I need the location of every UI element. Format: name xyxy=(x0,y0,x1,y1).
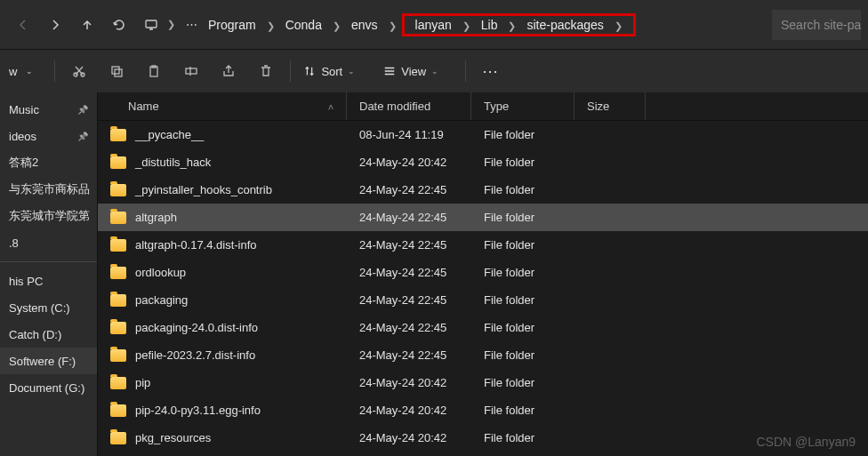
breadcrumb-overflow[interactable]: ⋯ xyxy=(181,14,203,35)
file-size xyxy=(575,204,646,231)
svg-rect-4 xyxy=(115,69,122,76)
more-button[interactable]: ⋯ xyxy=(471,55,509,87)
sidebar-item[interactable]: Softwere (F:) xyxy=(0,348,97,374)
delete-button[interactable] xyxy=(247,55,285,87)
sidebar-item-label: .8 xyxy=(9,236,19,250)
file-size xyxy=(575,121,646,148)
file-name: altgraph-0.17.4.dist-info xyxy=(135,238,257,252)
breadcrumb[interactable]: ❯ ⋯ Program❯Conda❯envs❯ lanyan❯Lib❯site-… xyxy=(144,13,763,36)
column-name[interactable]: Nameʌ xyxy=(98,92,347,120)
folder-icon xyxy=(110,129,126,141)
table-row[interactable]: _distutils_hack24-May-24 20:42File folde… xyxy=(98,148,868,176)
chevron-right-icon: ❯ xyxy=(333,20,341,31)
sidebar-item-label: 答稿2 xyxy=(9,155,38,171)
refresh-button[interactable] xyxy=(103,9,135,41)
table-row[interactable]: packaging24-May-24 22:45File folder xyxy=(98,286,868,314)
file-name: ordlookup xyxy=(135,266,186,279)
forward-button[interactable] xyxy=(39,9,71,41)
column-headers[interactable]: Nameʌ Date modified Type Size xyxy=(98,92,868,121)
sidebar-item-label: Music xyxy=(9,103,39,116)
back-button[interactable] xyxy=(7,9,39,41)
address-bar: ❯ ⋯ Program❯Conda❯envs❯ lanyan❯Lib❯site-… xyxy=(0,0,868,50)
folder-icon xyxy=(110,267,126,279)
copy-button[interactable] xyxy=(98,55,135,87)
file-size xyxy=(575,341,646,369)
sidebar-item-label: Catch (D:) xyxy=(9,328,61,341)
sidebar-item[interactable]: 东莞城市学院第 xyxy=(0,203,97,229)
search-placeholder: Search site-pa xyxy=(781,18,861,32)
file-name: altgraph xyxy=(135,211,177,224)
folder-icon xyxy=(110,294,126,307)
file-date: 24-May-24 22:45 xyxy=(347,204,471,231)
watermark: CSDN @Lanyan9 xyxy=(757,435,856,449)
file-type: File folder xyxy=(471,176,575,204)
breadcrumb-item[interactable]: envs xyxy=(346,14,383,36)
file-date: 24-May-24 20:42 xyxy=(347,424,471,452)
column-size[interactable]: Size xyxy=(575,92,646,120)
table-row[interactable]: pkg_resources24-May-24 20:42File folder xyxy=(98,424,868,452)
share-button[interactable] xyxy=(210,55,247,87)
sidebar-item-label: 与东莞市商标品 xyxy=(9,181,90,197)
table-row[interactable]: altgraph24-May-24 22:45File folder xyxy=(98,204,868,231)
file-type: File folder xyxy=(471,286,575,314)
up-button[interactable] xyxy=(71,9,103,41)
file-type: File folder xyxy=(471,341,575,369)
folder-icon xyxy=(110,322,126,334)
table-row[interactable]: __pycache__08-Jun-24 11:19File folder xyxy=(98,121,868,148)
sidebar-item[interactable]: System (C:) xyxy=(0,294,97,321)
file-date: 24-May-24 20:42 xyxy=(347,369,471,396)
file-date: 24-May-24 22:45 xyxy=(347,231,471,259)
file-name: pip-24.0-py3.11.egg-info xyxy=(135,404,261,417)
breadcrumb-item[interactable]: Conda xyxy=(280,14,327,36)
paste-button[interactable] xyxy=(135,55,173,87)
view-button[interactable]: View⌄ xyxy=(376,61,446,82)
file-date: 24-May-24 22:45 xyxy=(347,176,471,204)
table-row[interactable]: packaging-24.0.dist-info24-May-24 22:45F… xyxy=(98,314,868,341)
breadcrumb-item[interactable]: Program xyxy=(203,14,261,36)
separator xyxy=(465,60,466,82)
sort-indicator-icon: ʌ xyxy=(328,101,334,111)
file-size xyxy=(575,396,646,424)
sort-button[interactable]: Sort⌄ xyxy=(296,61,362,82)
table-row[interactable]: pefile-2023.2.7.dist-info24-May-24 22:45… xyxy=(98,341,868,369)
sidebar-item-label: his PC xyxy=(9,275,43,288)
svg-rect-7 xyxy=(186,68,197,74)
file-type: File folder xyxy=(471,231,575,259)
svg-rect-0 xyxy=(146,20,157,28)
pc-icon xyxy=(144,18,158,32)
sidebar-item[interactable]: Music📌 xyxy=(0,96,97,123)
breadcrumb-item[interactable]: Lib xyxy=(476,14,503,36)
table-row[interactable]: altgraph-0.17.4.dist-info24-May-24 22:45… xyxy=(98,231,868,259)
column-date[interactable]: Date modified xyxy=(347,92,471,120)
new-button[interactable]: w⌄ xyxy=(2,61,40,82)
cut-button[interactable] xyxy=(60,55,98,87)
folder-icon xyxy=(110,432,126,444)
sidebar-item[interactable]: Document (G:) xyxy=(0,374,97,401)
folder-icon xyxy=(110,239,126,252)
table-row[interactable]: pip24-May-24 20:42File folder xyxy=(98,369,868,396)
separator xyxy=(0,261,97,262)
file-size xyxy=(575,369,646,396)
sidebar-item[interactable]: his PC xyxy=(0,268,97,294)
breadcrumb-item[interactable]: lanyan xyxy=(410,14,457,36)
file-date: 24-May-24 22:45 xyxy=(347,314,471,341)
sidebar-item[interactable]: 与东莞市商标品 xyxy=(0,176,97,203)
column-type[interactable]: Type xyxy=(471,92,575,120)
rename-button[interactable] xyxy=(173,55,210,87)
file-name: packaging-24.0.dist-info xyxy=(135,321,258,334)
sidebar-item[interactable]: ideos📌 xyxy=(0,123,97,149)
view-label: View xyxy=(401,65,426,78)
sidebar-item[interactable]: 答稿2 xyxy=(0,149,97,176)
breadcrumb-item[interactable]: site-packages xyxy=(521,14,608,36)
file-name: packaging xyxy=(135,293,188,307)
table-row[interactable]: ordlookup24-May-24 22:45File folder xyxy=(98,259,868,286)
sidebar-item[interactable]: Catch (D:) xyxy=(0,321,97,348)
chevron-right-icon: ❯ xyxy=(389,20,397,31)
table-row[interactable]: _pyinstaller_hooks_contrib24-May-24 22:4… xyxy=(98,176,868,204)
sidebar-item[interactable]: .8 xyxy=(0,229,97,256)
folder-icon xyxy=(110,156,126,169)
table-row[interactable]: pip-24.0-py3.11.egg-info24-May-24 20:42F… xyxy=(98,396,868,424)
file-name: pefile-2023.2.7.dist-info xyxy=(135,348,255,362)
search-input[interactable]: Search site-pa xyxy=(772,10,861,40)
chevron-right-icon: ❯ xyxy=(267,20,275,31)
